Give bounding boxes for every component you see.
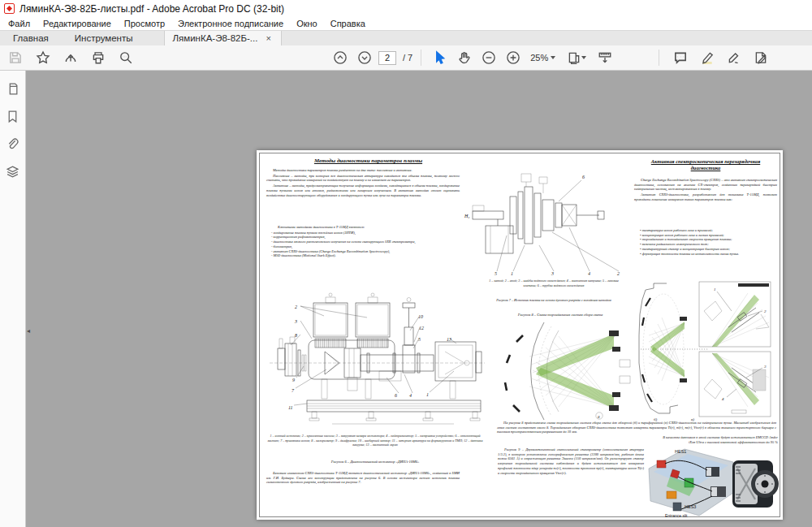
pdf-page[interactable]: Методы диагностики параметров плазмы Мет… <box>257 150 783 520</box>
favorite-button[interactable] <box>32 48 53 67</box>
zoom-in-button[interactable] <box>503 48 523 67</box>
paragraph: Активная CXRS-диагностика, разработанная… <box>634 192 777 201</box>
next-page-button[interactable] <box>354 48 374 67</box>
previous-page-button[interactable] <box>330 48 350 67</box>
callout: 9 <box>292 378 295 382</box>
figure-plasma-source-drawing: H₂ <box>461 154 624 276</box>
left-method-list: Ключевыми методами диагностики в Т-15МД … <box>271 225 460 258</box>
search-button[interactable] <box>115 48 136 67</box>
bookmark-icon <box>6 110 19 123</box>
cloud-upload-icon <box>63 50 78 65</box>
figure7-legend: 1 – катод; 2 – анод; 3 – шайбы водяного … <box>489 279 619 287</box>
tab-home[interactable]: Главная <box>0 31 62 45</box>
highlight-button[interactable] <box>697 48 717 67</box>
chevron-down-icon <box>551 56 555 59</box>
menu-edit[interactable]: Редактирование <box>37 19 118 28</box>
callout: 2 <box>617 271 620 276</box>
search-icon <box>119 50 133 65</box>
emccd-camera-render <box>731 456 780 512</box>
tab-document[interactable]: ЛяминКА-Э8-82Б-... × <box>164 31 282 45</box>
h2-feed-label: H₂ <box>464 214 469 218</box>
edit-page-icon <box>754 50 768 65</box>
callout: 3 <box>551 271 554 276</box>
menu-bar: Файл Редактирование Просмотр Электронное… <box>0 17 812 30</box>
layers-button[interactable] <box>6 165 19 182</box>
entrance-slit-label: Entrance slit <box>665 513 688 518</box>
page-display-dropdown[interactable] <box>563 48 590 67</box>
left-intro-text: Методы диагностики параметров плазмы раз… <box>266 168 460 198</box>
zoom-out-button[interactable] <box>478 48 499 67</box>
page-thumbnails-button[interactable] <box>6 82 19 99</box>
callout: 1 <box>714 287 716 292</box>
select-tool-button[interactable] <box>430 48 450 67</box>
paragraph: Базовым элементом CXRS-диагностики Т-15М… <box>266 471 460 485</box>
save-icon <box>8 50 23 65</box>
figure7-caption: Рисунок 7 – Источник плазмы на основе ду… <box>489 298 619 302</box>
right-intro-text: Charge Exchange Recombination Spectrosco… <box>634 178 777 203</box>
menu-window[interactable]: Окно <box>290 19 324 28</box>
toolbar-divider <box>421 50 421 66</box>
layers-icon <box>6 165 19 179</box>
callout: 7 <box>292 388 295 393</box>
figure6-caption: Рисунок 6 – Диагностический инжектор «ДИ… <box>265 460 486 464</box>
page-number-input[interactable] <box>378 51 396 65</box>
right-bullet-list: • температура ионов рабочего газа и прим… <box>640 228 777 256</box>
paragraph: Рисунок 9 – Двухкомпонентный светосильны… <box>498 447 644 475</box>
figure8-description-text: На рисунке 8 представлена схема тороидал… <box>497 421 776 435</box>
left-section-title: Методы диагностики параметров плазмы <box>281 158 456 165</box>
paragraph: Пассивные – методы, при которых вся диаг… <box>266 174 460 183</box>
zoom-level-value: 25% <box>530 53 548 63</box>
callout: 8 <box>295 333 297 338</box>
attachments-button[interactable] <box>6 137 19 154</box>
callout: 6 <box>395 393 397 398</box>
bookmarks-button[interactable] <box>6 110 19 127</box>
share-upload-button[interactable] <box>60 48 80 67</box>
list-intro: Ключевыми методами диагностики в Т-15МД … <box>271 225 460 230</box>
callout: 1 <box>426 392 429 397</box>
sign-button[interactable] <box>723 48 744 67</box>
edit-tools-button[interactable] <box>750 48 771 67</box>
callout: 5 <box>418 337 421 342</box>
zoom-out-icon <box>482 50 496 65</box>
tab-close-icon[interactable]: × <box>264 33 272 43</box>
spectrometer-render: HES1 HES3 Entrance slit <box>642 444 740 519</box>
fit-width-button[interactable] <box>594 48 615 67</box>
page-down-icon <box>357 50 372 65</box>
callout: 10 <box>418 314 423 319</box>
callout: 1 <box>511 271 513 276</box>
list-item: - MSE-диагностика (Motional Stark Effect… <box>271 253 460 258</box>
paragraph: Charge Exchange Recombination Spectrosco… <box>634 178 777 192</box>
list-item: • флуктуация плотности плазмы из интенси… <box>640 252 777 257</box>
page-up-icon <box>333 50 348 65</box>
figure6-legend: 1 – ионный источник; 2 – криогенные насо… <box>265 434 486 447</box>
tab-tools[interactable]: Инструменты <box>62 31 146 45</box>
page-display-icon <box>567 50 581 65</box>
hes3-label: HES3 <box>685 504 696 509</box>
zoom-level-dropdown[interactable]: 25% <box>527 53 559 63</box>
callout: 4 <box>588 271 590 276</box>
sensors-note: В качестве датчиков в этой системе будут… <box>663 435 778 444</box>
title-bar: ЛяминКА-Э8-82Б-листы.pdf - Adobe Acrobat… <box>0 0 812 17</box>
sidebar-collapse-handle[interactable]: ◂ <box>27 326 32 337</box>
figure-injector-drawing: 2 3 8 10 12 5 13 9 7 6 4 1 11 <box>263 291 490 430</box>
menu-file[interactable]: Файл <box>2 19 37 28</box>
hand-icon <box>457 50 472 65</box>
menu-help[interactable]: Справка <box>324 19 372 28</box>
menu-esign[interactable]: Электронное подписание <box>171 19 290 28</box>
figure9-description-text: Рисунок 9 – Двухкомпонентный светосильны… <box>498 447 644 476</box>
hand-tool-button[interactable] <box>454 48 474 67</box>
menu-view[interactable]: Просмотр <box>118 19 171 28</box>
paragraph: Активные – методы, предусматривающие пол… <box>266 184 460 197</box>
callout: 6 <box>582 175 585 179</box>
callout: 11 <box>288 405 293 410</box>
figure8-marker: 8 <box>598 415 600 419</box>
right-section-title: Активная спектроскопическая перезарядочн… <box>637 158 775 171</box>
comment-button[interactable] <box>670 48 690 67</box>
paragraph: На рисунке 8 представлена схема тороидал… <box>497 421 776 434</box>
callout: 4 <box>409 393 412 398</box>
save-button[interactable] <box>5 48 25 67</box>
document-canvas: ◂ Методы диагностики параметров плазмы М… <box>0 71 812 527</box>
toolbar: / 7 25% <box>0 45 812 71</box>
print-button[interactable] <box>88 48 108 67</box>
fountain-pen-icon <box>727 50 741 65</box>
